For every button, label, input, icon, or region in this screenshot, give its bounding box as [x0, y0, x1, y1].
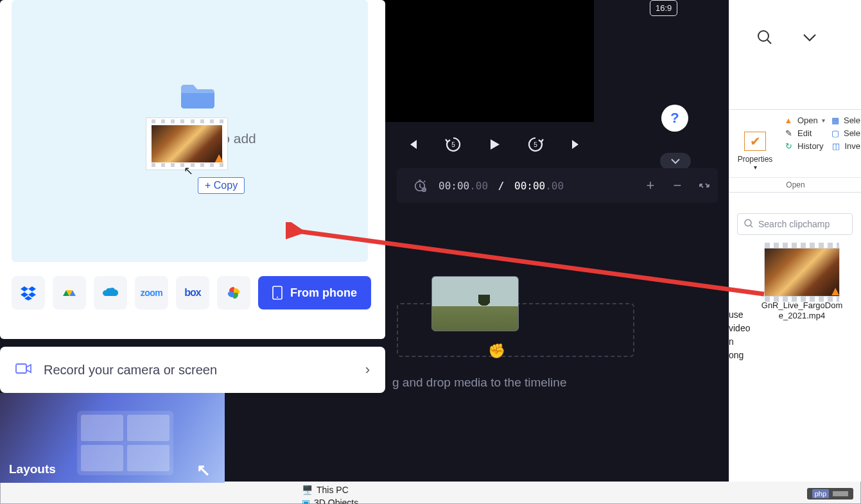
edit-button[interactable]: ✎Edit — [783, 126, 827, 139]
ribbon: ✔ Properties ▾ ▲Open ▾ ✎Edit ↻History ▦S… — [729, 109, 861, 193]
expand-toggle[interactable] — [660, 153, 691, 169]
zoom-button[interactable]: zoom — [135, 276, 168, 309]
timeline-clip-thumb[interactable] — [431, 276, 519, 331]
properties-button[interactable]: Properties — [738, 155, 773, 164]
file-thumbnail: ▲ — [764, 248, 840, 297]
record-label: Record your camera or screen — [44, 363, 365, 378]
edit-icon: ✎ — [783, 128, 794, 138]
explorer-panel: ✔ Properties ▾ ▲Open ▾ ✎Edit ↻History ▦S… — [729, 0, 861, 482]
cube-icon: ▣ — [302, 498, 310, 504]
nav-tree: 🖥️This PC ▣3D Objects — [302, 483, 358, 504]
media-dropzone[interactable]: Drop media to add ▲ ↖ + Copy — [12, 0, 368, 262]
cursor-icon: ↖ — [184, 164, 193, 178]
time-bar: 00:00.00 / 00:00.00 + − — [397, 168, 718, 203]
media-panel: Drop media to add ▲ ↖ + Copy zoom box Fr… — [0, 0, 385, 339]
layouts-label: Layouts — [9, 462, 56, 476]
record-button[interactable]: Record your camera or screen › — [0, 347, 385, 393]
dropbox-button[interactable] — [12, 276, 45, 309]
camera-icon — [15, 362, 32, 378]
svg-point-5 — [758, 31, 769, 41]
svg-point-6 — [745, 220, 751, 226]
partial-text: use video n ong — [729, 308, 750, 362]
select-none-button[interactable]: ▢Sele — [831, 126, 860, 139]
zoom-label: zoom — [141, 288, 163, 298]
properties-icon: ✔ — [744, 132, 766, 151]
search-input[interactable]: Search clipchamp — [737, 213, 853, 235]
history-icon: ↻ — [783, 141, 794, 151]
next-button[interactable] — [566, 134, 587, 155]
php-badge: php — [807, 488, 853, 500]
grab-cursor-icon: ✊ — [488, 343, 505, 360]
onedrive-button[interactable] — [94, 276, 127, 309]
timeline-hint: g and drop media to the timeline — [392, 376, 566, 390]
zoom-out-button[interactable]: − — [664, 172, 691, 199]
box-label: box — [184, 287, 200, 299]
dragged-file-ghost: ▲ — [146, 92, 228, 169]
timecode: 00:00.00 / 00:00.00 — [439, 180, 564, 192]
svg-point-3 — [277, 297, 278, 298]
chevron-right-icon: › — [365, 361, 370, 378]
search-placeholder: Search clipchamp — [758, 219, 830, 229]
pc-icon: 🖥️ — [302, 485, 313, 495]
back-5s-label: 5 — [451, 141, 455, 148]
history-button[interactable]: ↻History — [783, 139, 827, 152]
file-name: GnR_Live_FargoDome_2021.mp4 — [760, 300, 844, 322]
copy-badge: + Copy — [198, 177, 245, 194]
fit-button[interactable] — [691, 172, 718, 199]
vlc-cone-icon: ▲ — [783, 115, 794, 125]
search-icon — [744, 219, 753, 230]
google-photos-button[interactable] — [217, 276, 250, 309]
forward-5s-button[interactable]: 5 — [525, 134, 546, 155]
help-button[interactable]: ? — [661, 105, 688, 132]
open-button[interactable]: ▲Open ▾ — [783, 114, 827, 126]
prev-button[interactable] — [401, 134, 423, 155]
back-5s-button[interactable]: 5 — [442, 134, 464, 155]
file-item[interactable]: ▲ GnR_Live_FargoDome_2021.mp4 — [760, 248, 844, 322]
timeline-dropzone[interactable]: ✊ — [397, 303, 634, 357]
forward-5s-label: 5 — [534, 141, 537, 148]
google-drive-button[interactable] — [53, 276, 86, 309]
aspect-ratio-badge[interactable]: 16:9 — [650, 0, 677, 16]
open-group-label: Open — [729, 177, 861, 192]
preview-canvas — [382, 0, 594, 122]
search-icon[interactable] — [756, 29, 773, 48]
tree-this-pc[interactable]: 🖥️This PC — [302, 483, 358, 496]
play-button[interactable] — [483, 134, 505, 155]
zoom-in-button[interactable]: + — [637, 172, 664, 199]
cursor-icon: ↖ — [196, 460, 211, 480]
svg-rect-4 — [16, 364, 26, 373]
tree-3d-objects[interactable]: ▣3D Objects — [302, 496, 358, 504]
add-marker-button[interactable] — [413, 178, 427, 193]
select-all-button[interactable]: ▦Sele — [831, 114, 860, 126]
from-phone-label: From phone — [290, 286, 357, 300]
invert-selection-button[interactable]: ◫Inve — [831, 139, 860, 152]
from-phone-button[interactable]: From phone — [258, 276, 371, 309]
chevron-down-icon[interactable] — [801, 29, 818, 48]
layouts-card[interactable]: Layouts ↖ — [0, 393, 225, 483]
box-button[interactable]: box — [176, 276, 209, 309]
